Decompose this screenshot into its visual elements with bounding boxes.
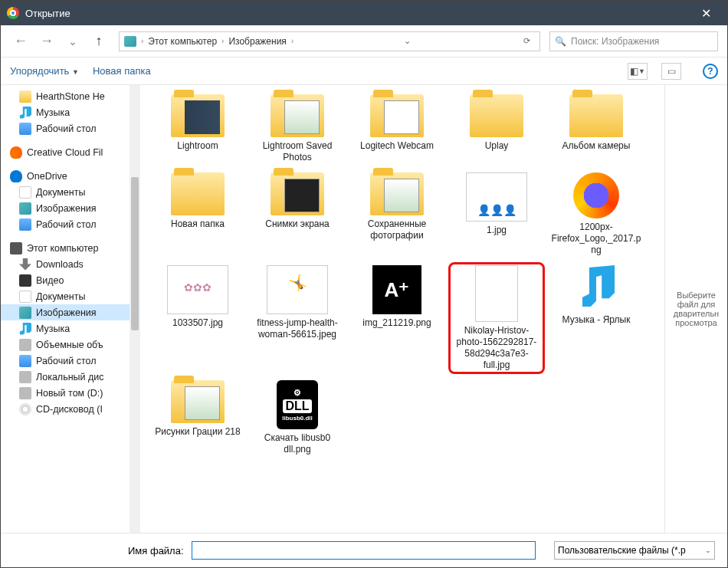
file-item[interactable]: Сохраненные фотографии — [349, 169, 445, 259]
pic-icon — [19, 307, 31, 319]
sidebar-item-label: Рабочий стол — [36, 123, 96, 134]
sidebar-creative-cloud[interactable]: Creative Cloud Fil — [1, 144, 140, 160]
sidebar-scrollbar[interactable] — [130, 85, 140, 533]
organize-menu[interactable]: Упорядочить ▼ — [10, 65, 79, 77]
folder-thumb — [171, 172, 225, 215]
help-icon[interactable]: ? — [703, 64, 718, 79]
folder-shot-thumb — [271, 172, 324, 215]
bottom-bar: Имя файла: Пользовательские файлы (*.p ⌄… — [1, 533, 727, 568]
folder-img-thumb — [370, 172, 424, 215]
sidebar-item[interactable]: Локальный дис — [1, 369, 140, 385]
file-item[interactable]: 1.jpg — [448, 169, 545, 259]
sidebar-item[interactable]: Документы — [1, 184, 140, 200]
files-pane[interactable]: LightroomLightroom Saved PhotosLogitech … — [140, 85, 664, 533]
file-item[interactable]: Nikolay-Hristov-photo-1562292817-58d294c… — [448, 262, 545, 374]
video-icon — [19, 274, 31, 287]
sidebar-item[interactable]: Музыка — [1, 104, 140, 120]
search-input[interactable]: 🔍 Поиск: Изображения — [549, 31, 718, 51]
file-item[interactable]: Рисунки Грации 218 — [149, 377, 246, 458]
breadcrumb-current[interactable]: Изображения — [228, 36, 286, 47]
file-item[interactable]: 1033507.jpg — [149, 262, 246, 374]
refresh-icon[interactable]: ⟳ — [519, 36, 535, 46]
folder-icon — [19, 90, 31, 103]
sidebar-item[interactable]: Изображения — [1, 304, 140, 320]
sidebar-item-label: Документы — [36, 187, 85, 198]
pc-icon — [10, 242, 22, 254]
firefox-thumb — [573, 172, 619, 218]
sidebar-item-label: Рабочий стол — [36, 356, 96, 366]
new-folder-button[interactable]: Новая папка — [93, 65, 151, 77]
file-label: Рисунки Грации 218 — [152, 426, 243, 438]
sidebar-onedrive[interactable]: OneDrive — [1, 168, 140, 184]
file-item[interactable]: Lightroom Saved Photos — [249, 91, 346, 166]
sidebar-item-label: Видео — [36, 275, 64, 286]
file-item[interactable]: ⚙DLLlibusb0.dllСкачать libusb0 dll.png — [249, 377, 346, 458]
nav-forward-icon[interactable]: → — [36, 31, 57, 52]
sidebar-item[interactable]: Рабочий стол — [1, 216, 140, 232]
orange-thumb — [475, 265, 518, 322]
music-icon — [19, 323, 31, 335]
file-item[interactable]: Новая папка — [149, 169, 246, 259]
preview-pane-button[interactable]: ▭ — [661, 63, 681, 80]
nav-history-icon[interactable]: ⌄ — [62, 31, 84, 52]
file-label: Снимки экрана — [252, 218, 343, 230]
sidebar-item[interactable]: Видео — [1, 272, 140, 288]
sidebar-item-label: Изображения — [36, 307, 97, 318]
nav-up-icon[interactable]: ↑ — [88, 31, 110, 52]
pictures-icon — [124, 36, 136, 47]
sidebar-item[interactable]: Музыка — [1, 320, 140, 337]
search-placeholder: Поиск: Изображения — [571, 36, 659, 47]
chevron-right-icon: › — [221, 37, 224, 45]
breadcrumb-root[interactable]: Этот компьютер — [148, 36, 217, 47]
ap-thumb: A⁺ — [372, 265, 421, 314]
file-label: Сохраненные фотографии — [352, 218, 442, 241]
chevron-down-icon: ▼ — [72, 68, 79, 76]
file-label: 1.jpg — [451, 225, 542, 236]
sidebar-this-pc[interactable]: Этот компьютер — [1, 240, 140, 256]
window-title: Открытие — [25, 8, 690, 19]
toolbar: Упорядочить ▼ Новая папка ◧ ▼ ▭ ? — [1, 57, 727, 85]
file-label: Logitech Webcam — [352, 140, 442, 152]
file-item[interactable]: fitness-jump-health-woman-56615.jpeg — [249, 262, 346, 374]
sidebar-item[interactable]: Изображения — [1, 200, 140, 216]
sidebar-item[interactable]: Downloads — [1, 256, 140, 272]
sidebar-item[interactable]: Новый том (D:) — [1, 385, 140, 401]
address-bar[interactable]: › Этот компьютер › Изображения › ⌄ ⟳ — [119, 31, 540, 51]
file-item[interactable]: A⁺img_211219.png — [349, 262, 445, 374]
file-item[interactable]: Снимки экрана — [249, 169, 346, 259]
sidebar-item[interactable]: Рабочий стол — [1, 120, 140, 136]
titlebar: Открытие ✕ — [1, 1, 727, 25]
scrollbar-thumb[interactable] — [131, 177, 139, 330]
content-area: LightroomLightroom Saved PhotosLogitech … — [140, 85, 727, 533]
file-item[interactable]: Uplay — [448, 91, 545, 166]
folder-img-thumb — [171, 380, 225, 423]
file-item[interactable]: Альбом камеры — [548, 91, 644, 166]
main-area: HearthStone HeМузыкаРабочий стол Creativ… — [1, 85, 727, 533]
file-item[interactable]: 1200px-Firefox_Logo,_2017.png — [548, 169, 644, 259]
nav-back-icon[interactable]: ← — [10, 31, 31, 52]
filetype-select[interactable]: Пользовательские файлы (*.p ⌄ — [554, 541, 715, 560]
file-item[interactable]: Logitech Webcam — [349, 91, 445, 166]
sidebar-item-label: Рабочий стол — [36, 219, 96, 230]
filename-input[interactable] — [192, 541, 536, 560]
sidebar-item-label: Музыка — [36, 323, 70, 334]
desktop-icon — [19, 123, 31, 135]
drive-icon — [19, 387, 31, 399]
file-label: Скачать libusb0 dll.png — [252, 432, 343, 455]
sidebar-item[interactable]: Рабочий стол — [1, 353, 140, 369]
file-label: img_211219.png — [352, 317, 442, 329]
address-dropdown-icon[interactable]: ⌄ — [399, 36, 415, 46]
sidebar-item[interactable]: HearthStone He — [1, 88, 140, 104]
file-item[interactable]: Музыка - Ярлык — [548, 262, 644, 374]
sidebar-item[interactable]: CD-дисковод (I — [1, 401, 140, 417]
file-label: 1200px-Firefox_Logo,_2017.png — [551, 222, 641, 256]
view-mode-button[interactable]: ◧ ▼ — [628, 63, 648, 80]
sidebar-item[interactable]: Документы — [1, 288, 140, 304]
preview-pane: Выберите файл для дварительн просмотра — [664, 85, 727, 533]
file-item[interactable]: Lightroom — [149, 91, 246, 166]
file-label: Альбом камеры — [551, 140, 641, 152]
close-icon[interactable]: ✕ — [690, 6, 721, 21]
down-icon — [19, 258, 31, 271]
sidebar-item[interactable]: Объемные объ — [1, 337, 140, 353]
desktop-icon — [19, 355, 31, 367]
